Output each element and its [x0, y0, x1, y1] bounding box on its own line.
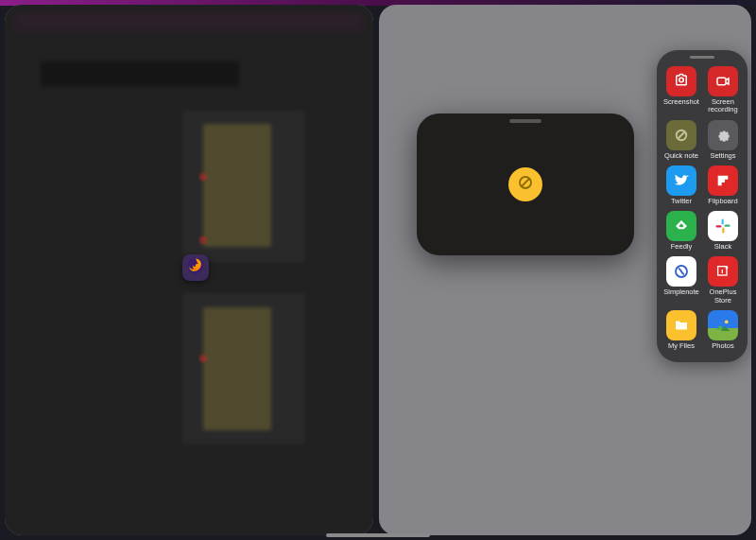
- firefox-app-badge[interactable]: [182, 254, 209, 281]
- sidebar-item-label: Feedly: [671, 243, 693, 251]
- sidebar-item-twitter[interactable]: Twitter: [662, 163, 700, 206]
- sidebar-item-oneplus-store[interactable]: OnePlus Store: [704, 253, 742, 305]
- sidebar-item-label: Quick note: [664, 152, 698, 160]
- home-indicator[interactable]: [326, 533, 430, 537]
- sidebar-item-quick-note[interactable]: Quick note: [662, 117, 700, 161]
- slack-icon: [708, 211, 738, 241]
- photos-icon: [708, 310, 738, 340]
- left-content-thumb: [203, 307, 271, 430]
- sidebar-item-slack[interactable]: Slack: [704, 208, 742, 252]
- svg-line-6: [678, 131, 685, 139]
- left-content-thumb: [203, 124, 271, 247]
- left-badge-dot: [199, 173, 207, 181]
- sidebar-item-screenshot[interactable]: Screenshot: [662, 63, 700, 115]
- svg-rect-4: [717, 78, 726, 85]
- feedly-icon: [666, 211, 696, 241]
- oneplus-icon: [708, 256, 738, 287]
- svg-rect-10: [716, 225, 722, 227]
- sidebar-item-label: OnePlus Store: [710, 288, 737, 305]
- flipboard-icon: [708, 165, 738, 196]
- simplenote-icon: [666, 256, 696, 287]
- sidebar-item-feedly[interactable]: Feedly: [662, 208, 700, 252]
- sidebar-item-label: Screenshot: [663, 98, 699, 106]
- right-pane[interactable]: Screenshot Screen recording Quick note: [379, 5, 751, 535]
- folder-icon: [666, 310, 696, 340]
- svg-rect-7: [722, 219, 724, 225]
- svg-line-2: [522, 179, 529, 186]
- sidebar-item-label: Flipboard: [708, 198, 737, 205]
- gear-icon: [708, 120, 738, 150]
- left-pane[interactable]: [5, 5, 373, 535]
- sidebar-item-label: Simplenote: [663, 288, 699, 296]
- sidebar-app-grid: Screenshot Screen recording Quick note: [662, 63, 742, 351]
- sidebar-item-screen-recording[interactable]: Screen recording: [704, 63, 742, 115]
- sidebar-item-label: My Files: [668, 342, 695, 350]
- sidebar-item-label: Twitter: [671, 198, 692, 205]
- left-badge-dot: [199, 236, 207, 244]
- svg-rect-8: [725, 225, 730, 227]
- sidebar-drag-handle[interactable]: [690, 56, 714, 59]
- floating-window-center-button[interactable]: [508, 167, 542, 201]
- twitter-icon: [666, 165, 696, 196]
- left-badge-dot: [199, 355, 207, 362]
- svg-point-13: [725, 320, 729, 323]
- firefox-icon: [186, 256, 205, 279]
- sidebar-item-flipboard[interactable]: Flipboard: [704, 163, 742, 206]
- left-page-heading-blur: [41, 61, 239, 86]
- sidebar-item-label: Settings: [710, 152, 735, 160]
- svg-point-3: [679, 78, 684, 82]
- screenshot-icon: [666, 66, 696, 96]
- sidebar-item-label: Photos: [712, 342, 733, 350]
- sidebar-item-settings[interactable]: Settings: [704, 117, 742, 161]
- floating-note-window[interactable]: [417, 113, 634, 255]
- sidebar-item-my-files[interactable]: My Files: [662, 307, 700, 351]
- svg-rect-9: [722, 228, 724, 234]
- record-icon: [708, 66, 738, 96]
- sidebar-item-simplenote[interactable]: Simplenote: [662, 253, 700, 305]
- floating-window-drag-handle[interactable]: [509, 119, 541, 123]
- block-icon: [517, 174, 534, 195]
- sidebar-item-label: Slack: [714, 243, 731, 251]
- sidebar-item-photos[interactable]: Photos: [704, 307, 742, 351]
- split-screen-container: Screenshot Screen recording Quick note: [0, 0, 756, 540]
- smart-sidebar-panel[interactable]: Screenshot Screen recording Quick note: [657, 50, 747, 362]
- sidebar-item-label: Screen recording: [708, 98, 737, 114]
- block-icon: [666, 120, 696, 150]
- left-address-bar-blur: [14, 12, 364, 31]
